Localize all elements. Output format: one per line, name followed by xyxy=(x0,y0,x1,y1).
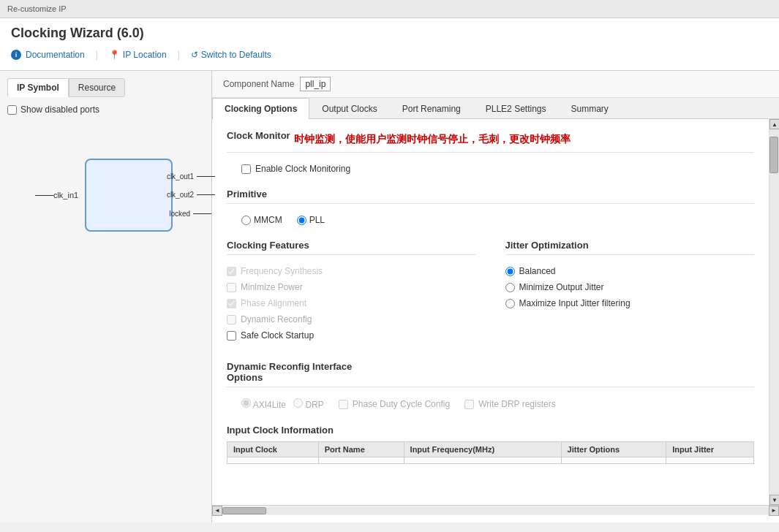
bottom-scroll-right-btn[interactable]: ► xyxy=(769,506,779,516)
drp-label[interactable]: DRP xyxy=(293,398,324,410)
ip-location-label: IP Location xyxy=(123,50,167,60)
phase-duty-cycle-checkbox[interactable] xyxy=(339,400,348,409)
jitter-maximize-input-label: Maximize Input Jitter filtering xyxy=(519,298,631,308)
dynamic-reconfig-checkbox[interactable] xyxy=(227,315,236,324)
input-clock-title: Input Clock Information xyxy=(227,425,754,436)
feature-phase-alignment: Phase Alignment xyxy=(227,298,476,308)
safe-clock-checkbox[interactable] xyxy=(227,331,236,341)
two-col-layout: Clocking Features Frequency Synthesis Mi… xyxy=(227,240,754,346)
cell-empty5 xyxy=(666,457,754,464)
show-disabled-ports-row: Show disabled ports xyxy=(7,104,204,115)
component-name-label: Component Name xyxy=(223,79,294,89)
frequency-synthesis-checkbox[interactable] xyxy=(227,267,236,276)
scroll-thumb[interactable] xyxy=(769,137,778,173)
page-title: Clocking Wizard (6.0) xyxy=(11,26,768,41)
primitive-title: Primitive xyxy=(227,189,267,200)
jitter-maximize-input-radio[interactable] xyxy=(505,299,515,308)
tab-panel: Clock Monitor 时钟监测，使能用户监测时钟信号停止，毛刺，更改时钟频… xyxy=(212,119,769,505)
left-panel-tabs: IP Symbol Resource xyxy=(7,78,204,97)
write-drp-label: Write DRP registers xyxy=(478,399,556,409)
jitter-balanced-radio[interactable] xyxy=(505,267,515,276)
clock-monitor-title: Clock Monitor xyxy=(227,130,290,141)
scroll-up-btn[interactable]: ▲ xyxy=(769,119,779,129)
minimize-power-checkbox[interactable] xyxy=(227,283,236,292)
tab-port-renaming[interactable]: Port Renaming xyxy=(390,98,473,119)
primitive-mmcm-label[interactable]: MMCM xyxy=(241,215,282,225)
features-section: Clocking Features Frequency Synthesis Mi… xyxy=(227,240,754,346)
bottom-scroll-left-btn[interactable]: ◄ xyxy=(212,506,222,516)
cell-empty1 xyxy=(227,457,319,464)
output-port-locked-label: locked xyxy=(169,210,190,218)
primitive-radio-row: MMCM PLL xyxy=(241,215,754,225)
ip-location-link[interactable]: 📍 IP Location xyxy=(109,50,167,60)
jitter-optimization-title: Jitter Optimization xyxy=(505,240,589,251)
primitive-mmcm-radio[interactable] xyxy=(241,216,251,225)
separator1: | xyxy=(96,50,98,60)
feature-dynamic-reconfig: Dynamic Reconfig xyxy=(227,314,476,324)
safe-clock-label: Safe Clock Startup xyxy=(241,330,314,341)
right-content: Clock Monitor 时钟监测，使能用户监测时钟信号停止，毛刺，更改时钟频… xyxy=(212,119,779,505)
clocking-features-title: Clocking Features xyxy=(227,240,309,251)
documentation-link[interactable]: i Documentation xyxy=(11,50,85,60)
jitter-optimization-col: Jitter Optimization Balanced Minimize Ou… xyxy=(505,240,755,346)
enable-clock-monitoring-row: Enable Clock Monitoring xyxy=(241,164,754,174)
tab-clocking-options[interactable]: Clocking Options xyxy=(212,98,309,119)
input-port-label: clk_in1 xyxy=(53,191,78,200)
bottom-scrollbar: ◄ ► xyxy=(212,505,779,515)
input-clock-table: Input Clock Port Name Input Frequency(MH… xyxy=(227,441,754,464)
tab-resource[interactable]: Resource xyxy=(69,78,125,97)
documentation-label: Documentation xyxy=(26,50,85,60)
output-port-clk-out1-line xyxy=(197,176,215,177)
jitter-minimize-output: Minimize Output Jitter xyxy=(505,282,755,292)
tab-output-clocks[interactable]: Output Clocks xyxy=(309,98,389,119)
axi4lite-radio[interactable] xyxy=(241,398,251,408)
jitter-balanced: Balanced xyxy=(505,266,755,276)
bottom-scroll-thumb[interactable] xyxy=(222,507,266,514)
jitter-minimize-output-radio[interactable] xyxy=(505,283,515,292)
col-port-name: Port Name xyxy=(318,442,404,457)
enable-clock-monitoring-checkbox[interactable] xyxy=(241,164,251,174)
tab-ip-symbol[interactable]: IP Symbol xyxy=(7,78,69,97)
table-row xyxy=(227,457,754,464)
tab-plle2-settings[interactable]: PLLE2 Settings xyxy=(473,98,559,119)
output-port-clk-out2-line xyxy=(197,194,215,195)
output-port-locked-line xyxy=(193,213,211,214)
input-port-line xyxy=(35,195,53,196)
clock-monitor-section: Clock Monitor 时钟监测，使能用户监测时钟信号停止，毛刺，更改时钟频… xyxy=(227,130,754,174)
tab-summary[interactable]: Summary xyxy=(559,98,621,119)
dynamic-reconfig-interface-options-title: Options xyxy=(227,372,263,383)
col-input-clock: Input Clock xyxy=(227,442,319,457)
phase-duty-cycle-label: Phase Duty Cycle Config xyxy=(353,399,450,409)
scroll-track xyxy=(769,129,779,495)
bottom-scroll-track xyxy=(222,507,769,514)
refresh-icon: ↺ xyxy=(191,50,198,60)
jitter-maximize-input: Maximize Input Jitter filtering xyxy=(505,298,755,308)
scroll-down-btn[interactable]: ▼ xyxy=(769,495,779,505)
drp-radio[interactable] xyxy=(293,398,303,408)
cell-empty4 xyxy=(561,457,666,464)
dynamic-reconfig-interface-title: Dynamic Reconfig Interface xyxy=(227,361,352,372)
main-header: Clocking Wizard (6.0) i Documentation | … xyxy=(0,18,779,71)
cell-empty2 xyxy=(318,457,404,464)
primitive-pll-radio[interactable] xyxy=(297,216,306,225)
pin-icon: 📍 xyxy=(109,50,120,60)
input-clock-section: Input Clock Information Input Clock Port… xyxy=(227,425,754,464)
frequency-synthesis-label: Frequency Synthesis xyxy=(241,266,323,276)
dynamic-reconfig-label: Dynamic Reconfig xyxy=(241,314,312,324)
left-panel: IP Symbol Resource Show disabled ports c… xyxy=(0,71,212,522)
show-disabled-ports-checkbox[interactable] xyxy=(7,105,17,115)
component-name-value: pll_ip xyxy=(300,77,331,91)
content-area: IP Symbol Resource Show disabled ports c… xyxy=(0,71,779,522)
primitive-pll-label[interactable]: PLL xyxy=(297,215,325,225)
clock-monitor-annotation: 时钟监测，使能用户监测时钟信号停止，毛刺，更改时钟频率 xyxy=(294,133,571,146)
write-drp-checkbox[interactable] xyxy=(464,400,474,409)
col-input-frequency: Input Frequency(MHz) xyxy=(404,442,561,457)
side-scrollbar: ▲ ▼ xyxy=(769,119,779,505)
cell-empty3 xyxy=(404,457,561,464)
output-port-clk-out2-label: clk_out2 xyxy=(167,191,194,199)
tab-content: Clock Monitor 时钟监测，使能用户监测时钟信号停止，毛刺，更改时钟频… xyxy=(212,119,769,505)
phase-alignment-checkbox[interactable] xyxy=(227,299,236,308)
primitive-section: Primitive MMCM PLL xyxy=(227,189,754,225)
switch-defaults-link[interactable]: ↺ Switch to Defaults xyxy=(191,50,271,60)
axi4lite-label[interactable]: AXI4Lite xyxy=(241,398,286,410)
